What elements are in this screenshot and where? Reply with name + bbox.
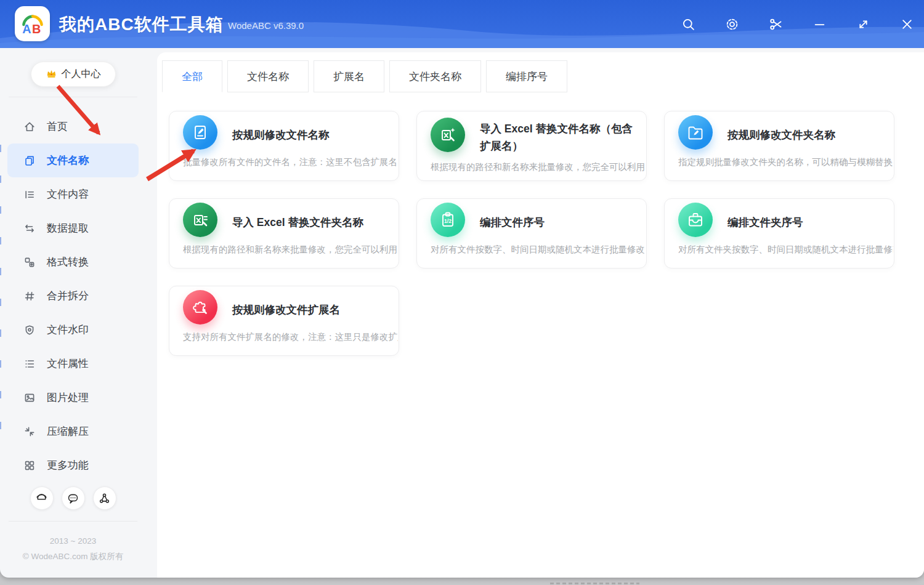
- sidebar-item-label: 图片处理: [47, 390, 89, 405]
- card-serial-number-folders[interactable]: 编排文件夹序号 对所有文件夹按数字、时间日期或随机文本进行批量修改: [664, 198, 894, 268]
- excel-file-icon: [431, 118, 465, 152]
- file-name-icon: [23, 155, 36, 167]
- format-convert-icon: [23, 256, 36, 268]
- category-tabs: 全部 文件名称 扩展名 文件夹名称 编排序号: [157, 52, 924, 92]
- card-description: 根据现有的路径和新名称来批量修改，您完全可以利用: [183, 244, 398, 256]
- sidebar-item-file-attrs[interactable]: 文件属性: [7, 347, 139, 381]
- card-title: 编排文件序号: [480, 214, 545, 231]
- sidebar-item-file-watermark[interactable]: 文件水印: [7, 313, 139, 347]
- card-title: 按规则修改文件夹名称: [727, 126, 835, 143]
- sidebar-item-label: 更多功能: [47, 458, 89, 472]
- background-window-artifact: [550, 583, 639, 584]
- edit-folder-icon: [678, 115, 713, 150]
- image-process-icon: [23, 392, 36, 404]
- title-bar: A B 我的ABC软件工具箱 WodeABC v6.39.0: [0, 0, 924, 48]
- sidebar-item-more-features[interactable]: 更多功能: [7, 448, 139, 482]
- sidebar-item-label: 合并拆分: [47, 289, 89, 303]
- window-controls: [681, 0, 914, 48]
- card-description: 批量修改所有文件的文件名，注意：这里不包含扩展名: [183, 156, 398, 168]
- sidebar-item-label: 数据提取: [47, 221, 89, 235]
- copyright-years: 2013 ~ 2023: [0, 534, 146, 549]
- file-content-icon: [23, 188, 36, 201]
- card-description: 指定规则批量修改文件夹的名称，可以精确与模糊替换: [678, 156, 893, 168]
- sidebar-item-label: 文件内容: [47, 187, 89, 201]
- share-icon[interactable]: [93, 486, 116, 510]
- tab-extension[interactable]: 扩展名: [314, 60, 384, 92]
- card-title: 编排文件夹序号: [727, 214, 803, 231]
- tab-file-name[interactable]: 文件名称: [227, 60, 309, 92]
- sidebar-item-file-content[interactable]: 文件内容: [7, 177, 139, 211]
- excel-folder-icon: [183, 203, 217, 237]
- merge-split-icon: [23, 290, 36, 302]
- edit-extension-icon: [183, 290, 217, 325]
- sidebar-item-merge-split[interactable]: 合并拆分: [7, 279, 139, 313]
- card-title: 导入 Excel 替换文件夹名称: [232, 214, 363, 231]
- card-serial-number-files[interactable]: 1/2 编排文件序号 对所有文件按数字、时间日期或随机文本进行批量修改: [416, 198, 647, 268]
- card-rename-file-by-rule[interactable]: 按规则修改文件名称 批量修改所有文件的文件名，注意：这里不包含扩展名: [169, 111, 399, 181]
- card-excel-replace-folder-name[interactable]: 导入 Excel 替换文件夹名称 根据现有的路径和新名称来批量修改，您完全可以利…: [169, 198, 399, 268]
- sidebar-divider: [9, 97, 137, 97]
- browser-icon[interactable]: [30, 486, 54, 510]
- file-watermark-icon: [23, 324, 36, 336]
- main-panel: 全部 文件名称 扩展名 文件夹名称 编排序号 按规则修改文件名称 批量修改所有文…: [157, 52, 924, 578]
- logo-letter-a: A: [22, 22, 31, 35]
- card-description: 对所有文件夹按数字、时间日期或随机文本进行批量修改: [678, 244, 893, 256]
- search-icon[interactable]: [681, 17, 695, 31]
- sidebar-item-data-extract[interactable]: 数据提取: [7, 211, 139, 245]
- tab-folder-name[interactable]: 文件夹名称: [389, 60, 481, 92]
- screenshot-scissors-icon[interactable]: [768, 17, 783, 31]
- personal-center-button[interactable]: 个人中心: [31, 62, 116, 87]
- data-extract-icon: [23, 222, 36, 235]
- sidebar-nav: 首页 文件名称 文件内容 数据提取 格式转换 合并拆分: [0, 110, 146, 482]
- card-title: 导入 Excel 替换文件名称（包含扩展名）: [480, 120, 634, 155]
- card-description: 对所有文件按数字、时间日期或随机文本进行批量修改: [431, 244, 646, 256]
- tab-all[interactable]: 全部: [162, 60, 222, 92]
- card-excel-replace-file-name[interactable]: 导入 Excel 替换文件名称（包含扩展名） 根据现有的路径和新名称来批量修改，…: [416, 111, 647, 181]
- app-version: WodeABC v6.39.0: [228, 20, 304, 31]
- personal-center-label: 个人中心: [62, 68, 101, 81]
- sidebar: 个人中心 首页 文件名称 文件内容 数据提取 格式转换: [0, 48, 146, 578]
- sidebar-item-label: 压缩解压: [47, 424, 89, 438]
- sidebar-item-label: 文件水印: [47, 323, 89, 337]
- sidebar-item-label: 首页: [47, 119, 68, 134]
- edit-file-icon: [183, 115, 217, 150]
- copyright-owner: © WodeABC.com 版权所有: [0, 549, 146, 564]
- sidebar-footer-icons: [0, 486, 146, 510]
- sidebar-item-file-name[interactable]: 文件名称: [7, 143, 139, 177]
- card-title: 按规则修改文件扩展名: [232, 301, 340, 318]
- app-window: A B 我的ABC软件工具箱 WodeABC v6.39.0: [0, 0, 924, 578]
- serial-icon-text: 1/2: [444, 218, 452, 224]
- card-description: 根据现有的路径和新名称来批量修改，您完全可以利用: [431, 161, 646, 173]
- feature-cards-grid: 按规则修改文件名称 批量修改所有文件的文件名，注意：这里不包含扩展名 导入 Ex…: [169, 111, 909, 356]
- sidebar-item-home[interactable]: 首页: [7, 110, 139, 143]
- app-title: 我的ABC软件工具箱: [59, 13, 224, 36]
- logo-letter-b: B: [31, 22, 40, 35]
- close-icon[interactable]: [899, 17, 914, 31]
- sidebar-item-label: 文件属性: [47, 357, 89, 371]
- feedback-chat-icon[interactable]: [62, 486, 85, 510]
- more-features-icon: [23, 459, 36, 472]
- compress-icon: [23, 426, 36, 438]
- crown-icon: [46, 68, 57, 80]
- sidebar-item-label: 格式转换: [47, 255, 89, 269]
- file-attrs-icon: [23, 358, 36, 370]
- sidebar-item-compress[interactable]: 压缩解压: [7, 414, 139, 448]
- sidebar-item-image-process[interactable]: 图片处理: [7, 381, 139, 414]
- maximize-icon[interactable]: [856, 17, 870, 31]
- sidebar-item-label: 文件名称: [47, 153, 89, 167]
- serial-folder-icon: [678, 203, 713, 237]
- sidebar-item-format-convert[interactable]: 格式转换: [7, 245, 139, 279]
- minimize-icon[interactable]: [812, 17, 827, 31]
- home-icon: [23, 121, 36, 133]
- settings-gear-icon[interactable]: [724, 17, 739, 31]
- copyright: 2013 ~ 2023 © WodeABC.com 版权所有: [0, 534, 146, 564]
- serial-file-icon: 1/2: [431, 203, 465, 237]
- window-edge-artifact: [0, 145, 1, 446]
- app-logo: A B: [15, 6, 50, 41]
- card-rename-folder-by-rule[interactable]: 按规则修改文件夹名称 指定规则批量修改文件夹的名称，可以精确与模糊替换: [664, 111, 894, 181]
- sidebar-footer-divider: [9, 521, 137, 522]
- card-change-extension-by-rule[interactable]: 按规则修改文件扩展名 支持对所有文件扩展名的修改，注意：这里只是修改扩展名: [169, 286, 399, 356]
- card-title: 按规则修改文件名称: [232, 126, 330, 143]
- tab-serial-number[interactable]: 编排序号: [486, 60, 567, 92]
- card-description: 支持对所有文件扩展名的修改，注意：这里只是修改扩展名: [183, 331, 398, 343]
